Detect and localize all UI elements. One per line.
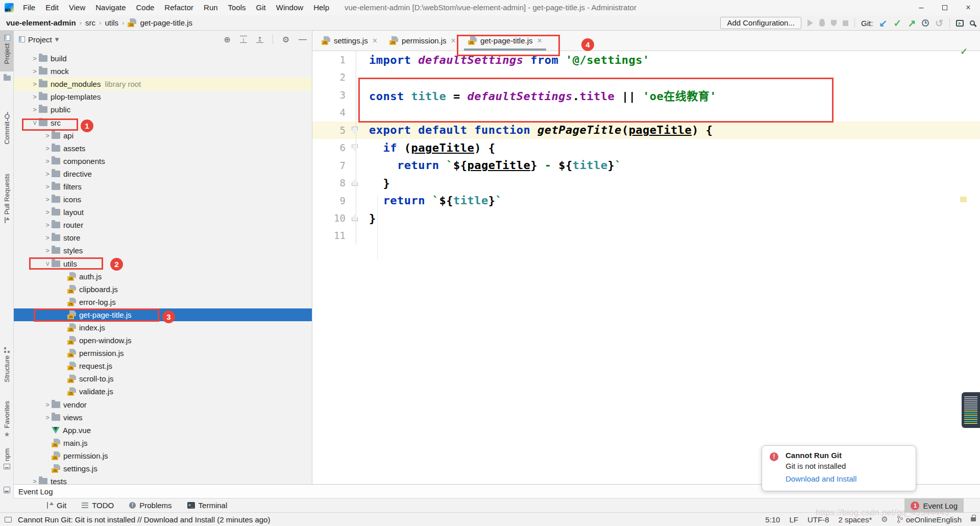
event-log-stripe-icon[interactable] — [4, 487, 10, 493]
debug-icon[interactable] — [819, 20, 825, 27]
tree-item-auth-js[interactable]: JSauth.js — [14, 270, 312, 283]
menu-item-navigate[interactable]: Navigate — [90, 0, 131, 15]
menu-item-edit[interactable]: Edit — [40, 0, 64, 15]
menu-item-code[interactable]: Code — [131, 0, 159, 15]
line-number[interactable]: 8 — [312, 174, 356, 192]
code-line-11[interactable]: 11 — [312, 227, 980, 244]
collapse-all-icon[interactable]: ↥ — [256, 36, 263, 43]
editor-tab-permission-js[interactable]: JSpermission.js× — [383, 31, 462, 51]
code-line-10[interactable]: 10} — [312, 209, 980, 227]
project-panel-header[interactable]: Project ▾ ⊕ ↕ ↥ ⚙ — — [14, 31, 312, 48]
git-update-icon[interactable]: ↙ — [879, 18, 887, 28]
tree-item-mock[interactable]: >mock — [14, 65, 312, 78]
coverage-icon[interactable] — [831, 20, 837, 27]
chevron-collapsed-icon[interactable]: > — [43, 145, 52, 152]
hide-panel-icon[interactable]: — — [299, 35, 307, 44]
download-and-install-link[interactable]: Download and Install — [786, 474, 909, 483]
tree-item-index-js[interactable]: JSindex.js — [14, 321, 312, 334]
toolwindow-problems[interactable]: ! Problems — [129, 501, 172, 510]
status-message[interactable]: Cannot Run Git: Git is not installed // … — [18, 515, 270, 524]
tree-item-main-js[interactable]: JSmain.js — [14, 437, 312, 449]
breadcrumb-item[interactable]: src — [85, 18, 95, 27]
editor-tab-settings-js[interactable]: JSsettings.js× — [315, 31, 383, 51]
breadcrumb-item[interactable]: utils — [105, 18, 118, 27]
tree-item-vendor[interactable]: >vendor — [14, 398, 312, 411]
menu-item-window[interactable]: Window — [271, 0, 308, 15]
chevron-collapsed-icon[interactable]: > — [43, 414, 52, 421]
settings-gear-icon[interactable]: ⚙ — [282, 35, 289, 44]
line-number[interactable]: 1 — [312, 51, 356, 68]
notification-balloon[interactable]: ! Cannot Run Git Git is not installed Do… — [762, 445, 916, 491]
tab-close-icon[interactable]: × — [451, 36, 456, 45]
tree-item-filters[interactable]: >filters — [14, 180, 312, 193]
tree-item-request-js[interactable]: JSrequest.js — [14, 360, 312, 372]
tree-item-icons[interactable]: >icons — [14, 193, 312, 206]
expand-all-icon[interactable]: ↕ — [240, 36, 247, 43]
tree-item-app-vue[interactable]: App.vue — [14, 424, 312, 437]
toolwindow-git[interactable]: Git — [47, 501, 66, 510]
line-number[interactable]: 4 — [312, 104, 356, 121]
chevron-collapsed-icon[interactable]: > — [43, 196, 52, 203]
tree-item-views[interactable]: >views — [14, 411, 312, 424]
maximize-button[interactable] — [933, 0, 957, 15]
add-configuration-button[interactable]: Add Configuration... — [720, 17, 801, 29]
run-icon[interactable] — [807, 19, 813, 27]
sidebar-item-commit[interactable]: Commit — [0, 114, 14, 157]
menu-item-file[interactable]: File — [18, 0, 40, 15]
toolwindow-todo[interactable]: TODO — [82, 501, 114, 510]
menu-item-git[interactable]: Git — [251, 0, 271, 15]
chevron-collapsed-icon[interactable]: > — [43, 183, 52, 190]
tree-item-directive[interactable]: >directive — [14, 168, 312, 180]
chevron-collapsed-icon[interactable]: > — [31, 67, 39, 75]
chevron-collapsed-icon[interactable]: > — [31, 55, 39, 62]
chevron-collapsed-icon[interactable]: > — [43, 132, 52, 139]
search-everywhere-icon[interactable] — [970, 20, 975, 26]
menu-item-refactor[interactable]: Refactor — [159, 0, 199, 15]
chevron-collapsed-icon[interactable]: > — [43, 208, 52, 216]
breadcrumb-item[interactable]: get-page-title.js — [140, 18, 192, 27]
lock-icon[interactable] — [971, 517, 976, 521]
toolwindow-toggle-icon[interactable] — [5, 517, 12, 522]
close-button[interactable]: × — [957, 0, 980, 15]
locate-file-icon[interactable]: ⊕ — [224, 35, 230, 44]
chevron-collapsed-icon[interactable]: > — [31, 93, 39, 101]
line-separator[interactable]: LF — [789, 515, 798, 524]
code-line-6[interactable]: 6 if (pageTitle) { — [312, 139, 980, 156]
menu-item-tools[interactable]: Tools — [223, 0, 251, 15]
stop-icon[interactable] — [843, 20, 848, 26]
chevron-collapsed-icon[interactable]: > — [43, 170, 52, 178]
chevron-collapsed-icon[interactable]: > — [43, 221, 52, 229]
menu-item-run[interactable]: Run — [199, 0, 223, 15]
line-number[interactable]: 6 — [312, 139, 356, 156]
history-clock-icon[interactable] — [922, 19, 929, 27]
tree-item-node-modules[interactable]: >node_moduleslibrary root — [14, 78, 312, 90]
chevron-collapsed-icon[interactable]: > — [43, 247, 52, 254]
sidebar-item-favorites[interactable]: Favorites ★ — [0, 401, 14, 447]
code-line-9[interactable]: 9 return `${title}` — [312, 192, 980, 209]
code-line-7[interactable]: 7 return `${pageTitle} - ${title}` — [312, 157, 980, 174]
tab-close-icon[interactable]: × — [373, 36, 377, 45]
tree-item-components[interactable]: >components — [14, 155, 312, 168]
chevron-collapsed-icon[interactable]: > — [43, 157, 52, 165]
chevron-collapsed-icon[interactable]: > — [43, 234, 52, 242]
code-line-1[interactable]: 1import defaultSettings from '@/settings… — [312, 51, 980, 68]
line-number[interactable]: 7 — [312, 157, 356, 174]
code-line-8[interactable]: 8 } — [312, 174, 980, 192]
line-number[interactable]: 9 — [312, 192, 356, 209]
tree-item-build[interactable]: >build — [14, 52, 312, 65]
chevron-collapsed-icon[interactable]: > — [43, 401, 52, 409]
line-number[interactable]: 2 — [312, 68, 356, 86]
menu-item-help[interactable]: Help — [308, 0, 334, 15]
chevron-collapsed-icon[interactable]: > — [31, 106, 39, 113]
chevron-collapsed-icon[interactable]: > — [31, 80, 39, 88]
code-line-5[interactable]: 5export default function getPageTitle(pa… — [312, 122, 980, 139]
rollback-icon[interactable]: ↺ — [935, 18, 943, 28]
line-number[interactable]: 10 — [312, 209, 356, 227]
sidebar-item-npm[interactable]: npm — [0, 448, 14, 487]
line-number[interactable]: 11 — [312, 227, 356, 244]
tree-item-layout[interactable]: >layout — [14, 206, 312, 219]
tree-item-scroll-to-js[interactable]: JSscroll-to.js — [14, 372, 312, 385]
tree-item-validate-js[interactable]: JSvalidate.js — [14, 385, 312, 398]
breadcrumb-item[interactable]: vue-element-admin — [6, 18, 76, 27]
minimize-button[interactable]: – — [910, 0, 933, 15]
